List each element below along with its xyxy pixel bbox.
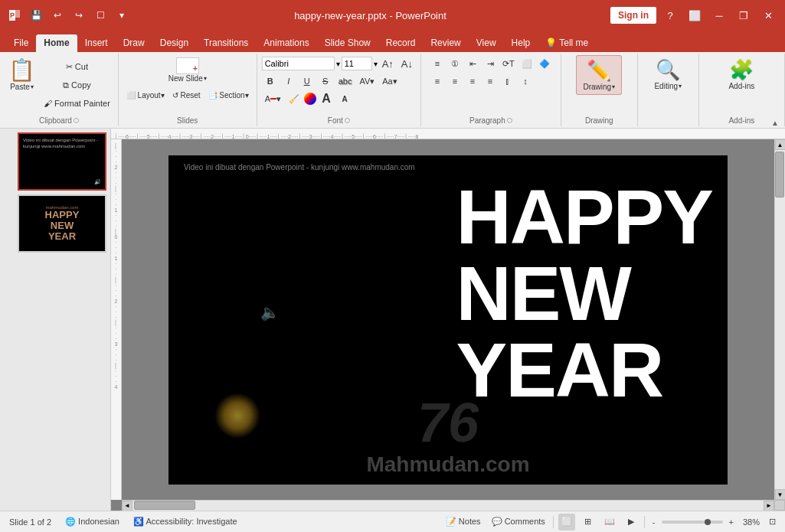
slide-2-thumb[interactable]: mahmudan.com HAPPY NEW YEAR (18, 194, 106, 253)
new-slide-dropdown-arrow[interactable]: ▾ (204, 75, 207, 82)
horizontal-scrollbar[interactable]: ◄ ► (122, 500, 774, 511)
charspacing-btn[interactable]: AV▾ (356, 73, 378, 90)
tab-tellme[interactable]: 💡 Tell me (538, 34, 596, 52)
fit-slide-btn[interactable]: ⊡ (766, 515, 779, 528)
help-icon[interactable]: ? (659, 5, 681, 26)
editing-dropdown-arrow[interactable]: ▾ (679, 83, 682, 90)
scroll-right-btn[interactable]: ► (764, 501, 774, 511)
tab-slideshow[interactable]: Slide Show (317, 34, 378, 52)
numbering-btn[interactable]: ① (446, 55, 463, 72)
notes-btn[interactable]: 📝 Notes (443, 515, 484, 528)
smartart-btn[interactable]: 🔷 (536, 55, 553, 72)
clear-format-btn[interactable]: 🧹 (286, 90, 303, 107)
ribbon-display-btn[interactable]: ⬜ (684, 5, 705, 26)
editing-button[interactable]: 🔍 Editing ▾ (648, 55, 688, 93)
drawing-dropdown-arrow[interactable]: ▾ (612, 83, 615, 90)
signin-button[interactable]: Sign in (610, 7, 656, 24)
comments-btn[interactable]: 💬 Comments (489, 515, 548, 528)
scroll-down-btn[interactable]: ▼ (775, 489, 786, 500)
font-color-btn[interactable]: A▾ (262, 90, 284, 107)
align-right-btn[interactable]: ≡ (464, 73, 481, 90)
slide-1-thumb[interactable]: Video ini dibuat dengan Powerpoint - kun… (18, 132, 106, 191)
tab-draw[interactable]: Draw (116, 34, 152, 52)
fontsize-large-btn[interactable]: A (318, 90, 335, 107)
clipboard-launcher[interactable]: ⬡ (74, 117, 79, 124)
vertical-scrollbar[interactable]: ▲ ▼ (774, 139, 785, 500)
tab-record[interactable]: Record (378, 34, 424, 52)
zoom-level[interactable]: 38% (740, 516, 763, 528)
redo-quick-btn[interactable]: ↪ (70, 7, 87, 24)
underline-btn[interactable]: U (299, 73, 316, 90)
tab-design[interactable]: Design (152, 34, 196, 52)
tab-file[interactable]: File (6, 34, 36, 52)
tab-help[interactable]: Help (504, 34, 538, 52)
view-normal-btn[interactable]: ⬜ (558, 514, 575, 530)
tab-animations[interactable]: Animations (256, 34, 316, 52)
bold-btn[interactable]: B (262, 73, 279, 90)
cut-button[interactable]: ✂ Cut (41, 58, 113, 75)
section-button[interactable]: 📑 Section▾ (205, 86, 252, 103)
text-direction-btn[interactable]: ⟳T (499, 55, 518, 72)
new-slide-button[interactable]: + New Slide ▾ (165, 55, 211, 85)
text-effects-btn[interactable] (304, 93, 316, 105)
increase-indent-btn[interactable]: ⇥ (482, 55, 499, 72)
linespacing-btn[interactable]: ↕ (517, 73, 534, 90)
layout-button[interactable]: ⬜ Layout▾ (123, 86, 168, 103)
fontsize-small-btn[interactable]: A (336, 90, 353, 107)
align-center-btn[interactable]: ≡ (446, 73, 463, 90)
tab-transitions[interactable]: Transitions (196, 34, 256, 52)
scroll-v-thumb[interactable] (775, 152, 784, 197)
bullets-btn[interactable]: ≡ (429, 55, 446, 72)
addins-button[interactable]: 🧩 Add-ins (722, 55, 760, 93)
minimize-btn[interactable]: ─ (708, 5, 730, 26)
scroll-left-btn[interactable]: ◄ (122, 501, 132, 511)
zoom-thumb[interactable] (705, 519, 711, 525)
scroll-h-thumb[interactable] (134, 501, 195, 510)
copy-button[interactable]: ⧉ Copy (41, 77, 113, 93)
paste-dropdown-arrow[interactable]: ▾ (31, 83, 34, 90)
tab-view[interactable]: View (469, 34, 504, 52)
restore-btn[interactable]: ❐ (733, 5, 754, 26)
italic-btn[interactable]: I (280, 73, 297, 90)
font-launcher[interactable]: ⬡ (345, 117, 350, 124)
paragraph-launcher[interactable]: ⬡ (507, 117, 512, 124)
scroll-up-btn[interactable]: ▲ (775, 139, 786, 150)
font-name-input[interactable] (262, 57, 335, 70)
view-slideshow-btn[interactable]: ▶ (623, 514, 639, 530)
justify-btn[interactable]: ≡ (482, 73, 499, 90)
font-size-dropdown[interactable]: ▾ (374, 60, 378, 68)
align-text-btn[interactable]: ⬜ (518, 55, 535, 72)
strikethrough-btn[interactable]: S (317, 73, 334, 90)
decrease-font-btn[interactable]: A↓ (398, 55, 416, 72)
language-status[interactable]: 🌐 Indonesian (62, 515, 123, 528)
reset-button[interactable]: ↺ Reset (169, 86, 204, 103)
tab-home[interactable]: Home (36, 34, 77, 52)
paste-button[interactable]: 📋 Paste ▾ (5, 55, 39, 93)
font-size-input[interactable] (342, 57, 372, 70)
zoom-slider[interactable] (662, 521, 723, 524)
align-left-btn[interactable]: ≡ (429, 73, 446, 90)
zoom-out-btn[interactable]: - (649, 516, 659, 528)
format-painter-button[interactable]: 🖌 Format Painter (41, 95, 113, 112)
col-btn[interactable]: ⫿ (499, 73, 516, 90)
increase-font-btn[interactable]: A↑ (379, 55, 397, 72)
zoom-in-btn[interactable]: + (726, 516, 737, 528)
slide-count[interactable]: Slide 1 of 2 (6, 516, 54, 528)
view-reading-btn[interactable]: 📖 (601, 514, 618, 530)
drawing-button[interactable]: ✏️ Drawing ▾ (576, 55, 622, 95)
collapse-ribbon-btn[interactable]: ▲ (771, 119, 779, 127)
slide-canvas[interactable]: 76 Video ini dibuat dengan Powerpoint - … (122, 139, 774, 500)
decrease-indent-btn[interactable]: ⇤ (464, 55, 481, 72)
undo-quick-btn[interactable]: ↩ (49, 7, 66, 24)
customize-qat-btn[interactable]: ▾ (113, 7, 130, 24)
touchmode-quick-btn[interactable]: ☐ (92, 7, 109, 24)
view-sorter-btn[interactable]: ⊞ (580, 514, 597, 530)
close-btn[interactable]: ✕ (757, 5, 779, 26)
save-quick-btn[interactable]: 💾 (28, 7, 44, 24)
accessibility-status[interactable]: ♿ Accessibility: Investigate (130, 515, 240, 528)
tab-review[interactable]: Review (423, 34, 468, 52)
shadow-btn[interactable]: abc (335, 73, 355, 90)
tab-insert[interactable]: Insert (77, 34, 116, 52)
uppercase-btn[interactable]: Aa▾ (379, 73, 400, 90)
font-name-dropdown[interactable]: ▾ (336, 60, 340, 68)
